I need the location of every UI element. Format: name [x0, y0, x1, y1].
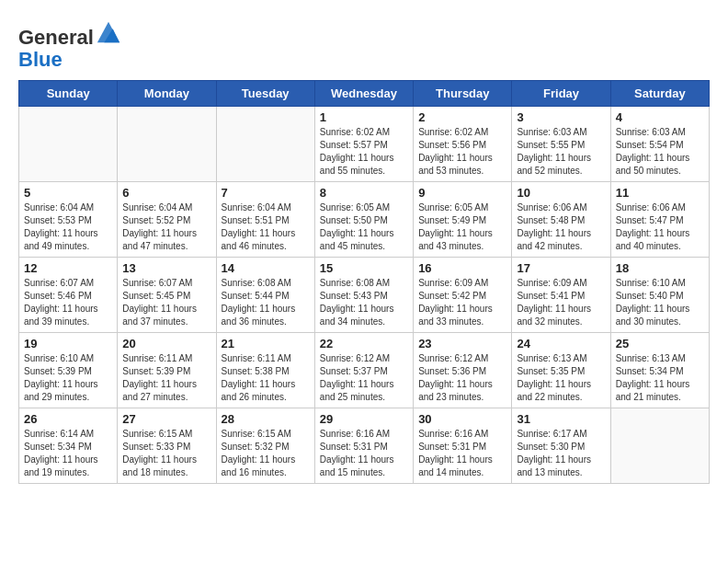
day-info: Sunrise: 6:04 AM Sunset: 5:51 PM Dayligh… — [222, 201, 310, 253]
day-info: Sunrise: 6:15 AM Sunset: 5:32 PM Dayligh… — [222, 428, 310, 479]
day-number: 26 — [24, 412, 112, 426]
day-info: Sunrise: 6:09 AM Sunset: 5:41 PM Dayligh… — [517, 277, 605, 328]
calendar-day-15: 15Sunrise: 6:08 AM Sunset: 5:43 PM Dayli… — [314, 258, 413, 333]
day-number: 22 — [320, 337, 408, 350]
calendar-day-19: 19Sunrise: 6:10 AM Sunset: 5:39 PM Dayli… — [19, 333, 118, 408]
calendar-day-empty — [216, 107, 314, 182]
weekday-header-thursday: Thursday — [414, 81, 512, 107]
day-number: 7 — [222, 186, 310, 200]
day-info: Sunrise: 6:07 AM Sunset: 5:46 PM Dayligh… — [24, 277, 112, 328]
calendar-day-3: 3Sunrise: 6:03 AM Sunset: 5:55 PM Daylig… — [512, 107, 610, 182]
calendar-day-7: 7Sunrise: 6:04 AM Sunset: 5:51 PM Daylig… — [216, 182, 314, 258]
day-info: Sunrise: 6:07 AM Sunset: 5:45 PM Dayligh… — [122, 277, 210, 328]
day-number: 10 — [517, 186, 605, 200]
page-header: General Blue — [18, 18, 710, 71]
day-number: 17 — [517, 261, 605, 275]
calendar-table: SundayMondayTuesdayWednesdayThursdayFrid… — [18, 80, 710, 484]
day-number: 29 — [320, 412, 408, 426]
logo-general: General — [18, 26, 94, 49]
day-number: 16 — [418, 261, 506, 275]
day-number: 15 — [320, 261, 408, 275]
day-number: 11 — [616, 186, 704, 200]
day-number: 28 — [222, 412, 310, 426]
calendar-week-2: 5Sunrise: 6:04 AM Sunset: 5:53 PM Daylig… — [19, 182, 710, 258]
logo-blue: Blue — [18, 48, 63, 71]
calendar-day-22: 22Sunrise: 6:12 AM Sunset: 5:37 PM Dayli… — [314, 333, 413, 408]
day-info: Sunrise: 6:02 AM Sunset: 5:56 PM Dayligh… — [418, 126, 506, 178]
day-number: 8 — [320, 186, 408, 200]
calendar-day-16: 16Sunrise: 6:09 AM Sunset: 5:42 PM Dayli… — [414, 258, 512, 333]
day-info: Sunrise: 6:10 AM Sunset: 5:40 PM Dayligh… — [616, 277, 704, 328]
day-info: Sunrise: 6:05 AM Sunset: 5:49 PM Dayligh… — [418, 201, 506, 253]
day-info: Sunrise: 6:06 AM Sunset: 5:48 PM Dayligh… — [517, 201, 605, 253]
day-number: 4 — [616, 110, 704, 124]
logo: General Blue — [18, 18, 121, 71]
day-number: 3 — [517, 110, 605, 124]
day-number: 1 — [320, 110, 408, 124]
calendar-week-5: 26Sunrise: 6:14 AM Sunset: 5:34 PM Dayli… — [19, 408, 710, 484]
day-number: 23 — [418, 337, 506, 350]
day-number: 19 — [24, 337, 112, 350]
calendar-day-23: 23Sunrise: 6:12 AM Sunset: 5:36 PM Dayli… — [414, 333, 512, 408]
day-number: 12 — [24, 261, 112, 275]
calendar-day-30: 30Sunrise: 6:16 AM Sunset: 5:31 PM Dayli… — [414, 408, 512, 484]
calendar-day-14: 14Sunrise: 6:08 AM Sunset: 5:44 PM Dayli… — [216, 258, 314, 333]
calendar-day-empty — [610, 408, 709, 484]
day-info: Sunrise: 6:17 AM Sunset: 5:30 PM Dayligh… — [517, 428, 605, 479]
calendar-day-29: 29Sunrise: 6:16 AM Sunset: 5:31 PM Dayli… — [314, 408, 413, 484]
weekday-header-sunday: Sunday — [19, 81, 118, 107]
day-number: 24 — [517, 337, 605, 350]
calendar-day-20: 20Sunrise: 6:11 AM Sunset: 5:39 PM Dayli… — [118, 333, 216, 408]
day-number: 5 — [24, 186, 112, 200]
day-info: Sunrise: 6:04 AM Sunset: 5:53 PM Dayligh… — [24, 201, 112, 253]
day-info: Sunrise: 6:08 AM Sunset: 5:43 PM Dayligh… — [320, 277, 408, 328]
day-number: 9 — [418, 186, 506, 200]
weekday-header-saturday: Saturday — [610, 81, 709, 107]
day-info: Sunrise: 6:03 AM Sunset: 5:55 PM Dayligh… — [517, 126, 605, 178]
day-info: Sunrise: 6:16 AM Sunset: 5:31 PM Dayligh… — [320, 428, 408, 479]
day-info: Sunrise: 6:15 AM Sunset: 5:33 PM Dayligh… — [122, 428, 210, 479]
calendar-day-1: 1Sunrise: 6:02 AM Sunset: 5:57 PM Daylig… — [314, 107, 413, 182]
weekday-header-wednesday: Wednesday — [314, 81, 413, 107]
calendar-day-2: 2Sunrise: 6:02 AM Sunset: 5:56 PM Daylig… — [414, 107, 512, 182]
calendar-day-empty — [19, 107, 118, 182]
day-info: Sunrise: 6:05 AM Sunset: 5:50 PM Dayligh… — [320, 201, 408, 253]
weekday-header-row: SundayMondayTuesdayWednesdayThursdayFrid… — [19, 81, 710, 107]
calendar-day-31: 31Sunrise: 6:17 AM Sunset: 5:30 PM Dayli… — [512, 408, 610, 484]
calendar-week-1: 1Sunrise: 6:02 AM Sunset: 5:57 PM Daylig… — [19, 107, 710, 182]
day-info: Sunrise: 6:04 AM Sunset: 5:52 PM Dayligh… — [122, 201, 210, 253]
day-number: 13 — [122, 261, 210, 275]
calendar-day-24: 24Sunrise: 6:13 AM Sunset: 5:35 PM Dayli… — [512, 333, 610, 408]
day-number: 21 — [222, 337, 310, 350]
weekday-header-tuesday: Tuesday — [216, 81, 314, 107]
calendar-week-4: 19Sunrise: 6:10 AM Sunset: 5:39 PM Dayli… — [19, 333, 710, 408]
day-number: 30 — [418, 412, 506, 426]
calendar-day-12: 12Sunrise: 6:07 AM Sunset: 5:46 PM Dayli… — [19, 258, 118, 333]
calendar-day-25: 25Sunrise: 6:13 AM Sunset: 5:34 PM Dayli… — [610, 333, 709, 408]
calendar-day-6: 6Sunrise: 6:04 AM Sunset: 5:52 PM Daylig… — [118, 182, 216, 258]
day-number: 14 — [222, 261, 310, 275]
day-info: Sunrise: 6:12 AM Sunset: 5:36 PM Dayligh… — [418, 352, 506, 404]
weekday-header-monday: Monday — [118, 81, 216, 107]
weekday-header-friday: Friday — [512, 81, 610, 107]
calendar-day-18: 18Sunrise: 6:10 AM Sunset: 5:40 PM Dayli… — [610, 258, 709, 333]
day-info: Sunrise: 6:02 AM Sunset: 5:57 PM Dayligh… — [320, 126, 408, 178]
day-number: 25 — [616, 337, 704, 350]
calendar-day-13: 13Sunrise: 6:07 AM Sunset: 5:45 PM Dayli… — [118, 258, 216, 333]
day-info: Sunrise: 6:08 AM Sunset: 5:44 PM Dayligh… — [222, 277, 310, 328]
logo-icon — [96, 18, 121, 44]
day-info: Sunrise: 6:03 AM Sunset: 5:54 PM Dayligh… — [616, 126, 704, 178]
calendar-week-3: 12Sunrise: 6:07 AM Sunset: 5:46 PM Dayli… — [19, 258, 710, 333]
day-info: Sunrise: 6:13 AM Sunset: 5:35 PM Dayligh… — [517, 352, 605, 404]
day-number: 20 — [122, 337, 210, 350]
calendar-day-empty — [118, 107, 216, 182]
calendar-day-17: 17Sunrise: 6:09 AM Sunset: 5:41 PM Dayli… — [512, 258, 610, 333]
day-number: 31 — [517, 412, 605, 426]
day-info: Sunrise: 6:09 AM Sunset: 5:42 PM Dayligh… — [418, 277, 506, 328]
calendar-day-11: 11Sunrise: 6:06 AM Sunset: 5:47 PM Dayli… — [610, 182, 709, 258]
calendar-day-4: 4Sunrise: 6:03 AM Sunset: 5:54 PM Daylig… — [610, 107, 709, 182]
calendar-day-5: 5Sunrise: 6:04 AM Sunset: 5:53 PM Daylig… — [19, 182, 118, 258]
calendar-day-8: 8Sunrise: 6:05 AM Sunset: 5:50 PM Daylig… — [314, 182, 413, 258]
day-info: Sunrise: 6:12 AM Sunset: 5:37 PM Dayligh… — [320, 352, 408, 404]
day-number: 18 — [616, 261, 704, 275]
